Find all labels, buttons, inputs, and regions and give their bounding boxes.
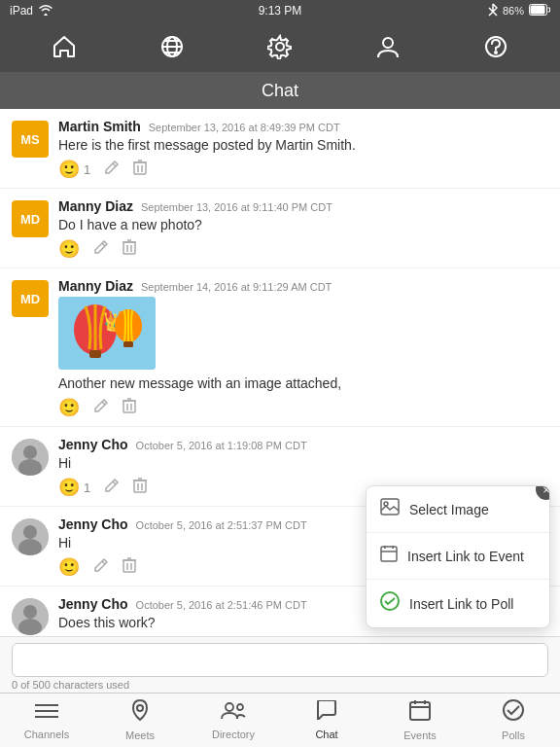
svg-point-10: [495, 52, 497, 53]
svg-rect-26: [89, 350, 101, 358]
tab-channels[interactable]: Channels: [0, 694, 93, 747]
svg-point-75: [226, 703, 233, 711]
emoji-reaction-button[interactable]: 🙂: [58, 397, 80, 418]
edit-message-button[interactable]: [104, 160, 120, 179]
svg-point-36: [23, 445, 37, 459]
popup-item-check-circle[interactable]: Insert Link to Poll: [367, 580, 549, 627]
nav-bar: [0, 21, 560, 72]
reaction-count: 1: [84, 480, 90, 495]
help-button[interactable]: [476, 27, 515, 66]
message-body: Martin Smith September 13, 2016 at 8:49:…: [58, 119, 548, 184]
emoji-reaction-button[interactable]: 🙂: [58, 159, 80, 180]
svg-rect-18: [123, 242, 135, 254]
svg-line-47: [102, 561, 105, 564]
emoji-reaction-button[interactable]: 🙂: [58, 238, 80, 260]
svg-point-76: [237, 704, 243, 710]
directory-tab-icon: [221, 700, 246, 726]
message-time: October 5, 2016 at 2:51:37 PM CDT: [136, 519, 307, 531]
popup-item-calendar[interactable]: Insert Link to Event: [367, 533, 549, 580]
edit-message-button[interactable]: [93, 398, 109, 417]
popup-item-image[interactable]: Select Image: [367, 486, 549, 533]
char-count: 0 of 500 characters used: [12, 679, 548, 691]
svg-rect-1: [531, 6, 545, 15]
popup-menu: × Select Image Insert Link to Event Inse…: [366, 485, 550, 628]
popup-item-label: Insert Link to Event: [407, 549, 524, 564]
message-text: Here is the first message posted by Mart…: [58, 137, 548, 153]
events-tab-icon: [409, 699, 431, 727]
chat-tab-label: Chat: [315, 729, 337, 740]
message-time: September 13, 2016 at 9:11:40 PM CDT: [141, 201, 332, 213]
polls-tab-label: Polls: [502, 729, 525, 741]
device-label: iPad: [10, 4, 33, 18]
message-time: September 14, 2016 at 9:11:29 AM CDT: [141, 281, 332, 293]
delete-message-button[interactable]: [122, 398, 136, 417]
message-header: Martin Smith September 13, 2016 at 8:49:…: [58, 119, 548, 134]
channels-tab-label: Channels: [24, 729, 69, 740]
svg-point-74: [137, 705, 143, 711]
svg-line-38: [113, 481, 116, 484]
message-input[interactable]: [12, 643, 548, 677]
check-circle-icon: [380, 591, 400, 616]
settings-button[interactable]: [261, 27, 299, 66]
svg-point-54: [23, 605, 37, 619]
svg-rect-30: [123, 401, 135, 412]
bluetooth-icon: [488, 3, 498, 18]
message-text: Do I have a new photo?: [58, 217, 548, 232]
emoji-reaction-button[interactable]: 🙂: [58, 556, 80, 578]
message-body: Manny Diaz September 13, 2016 at 9:11:40…: [58, 198, 548, 264]
delete-message-button[interactable]: [122, 239, 136, 259]
svg-point-45: [23, 525, 37, 539]
polls-tab-icon: [503, 699, 524, 727]
battery-icon: [529, 4, 550, 18]
message-body: Manny Diaz September 14, 2016 at 9:11:29…: [58, 278, 548, 422]
message-image: 👑: [58, 297, 156, 370]
avatar: MS: [12, 121, 49, 158]
edit-message-button[interactable]: [93, 557, 109, 577]
message-author: Jenny Cho: [58, 596, 128, 612]
delete-message-button[interactable]: [133, 160, 147, 179]
events-tab-label: Events: [403, 729, 437, 741]
delete-message-button[interactable]: [133, 478, 147, 497]
tab-polls[interactable]: Polls: [467, 694, 560, 747]
edit-message-button[interactable]: [104, 478, 120, 497]
chat-message: MD Manny Diaz September 14, 2016 at 9:11…: [0, 268, 560, 427]
svg-rect-48: [123, 560, 135, 572]
tab-chat[interactable]: Chat: [280, 694, 373, 747]
emoji-reaction-button[interactable]: 🙂: [58, 477, 80, 498]
svg-rect-82: [381, 499, 399, 515]
message-author: Jenny Cho: [58, 516, 128, 532]
message-actions: 🙂: [58, 238, 548, 264]
message-text: Hi: [58, 455, 548, 471]
svg-point-7: [276, 43, 284, 51]
avatar: [12, 598, 49, 635]
message-time: October 5, 2016 at 1:19:08 PM CDT: [136, 440, 307, 451]
chat-message: MS Martin Smith September 13, 2016 at 8:…: [0, 109, 560, 189]
message-text: Another new message with an image attach…: [58, 375, 548, 391]
meets-tab-icon: [131, 699, 149, 727]
image-icon: [380, 498, 400, 520]
avatar: MD: [12, 280, 49, 317]
tab-bar: Channels Meets Directory Chat Events Pol…: [0, 693, 560, 747]
profile-button[interactable]: [368, 27, 407, 66]
svg-line-11: [113, 163, 116, 166]
message-actions: 🙂: [58, 397, 548, 422]
page-title-bar: Chat: [0, 72, 560, 109]
status-bar: iPad 9:13 PM 86%: [0, 0, 560, 21]
svg-line-29: [102, 402, 105, 405]
home-button[interactable]: [45, 27, 84, 66]
svg-line-17: [102, 243, 105, 246]
status-time: 9:13 PM: [259, 4, 302, 18]
chat-message: MD Manny Diaz September 13, 2016 at 9:11…: [0, 189, 560, 268]
directory-tab-label: Directory: [212, 729, 255, 740]
popup-item-label: Select Image: [409, 502, 489, 517]
globe-button[interactable]: [153, 27, 192, 66]
edit-message-button[interactable]: [93, 239, 109, 259]
tab-directory[interactable]: Directory: [187, 694, 280, 747]
message-input-container: 0 of 500 characters used: [0, 636, 560, 693]
tab-events[interactable]: Events: [373, 694, 467, 747]
delete-message-button[interactable]: [122, 557, 136, 577]
page-title: Chat: [262, 81, 298, 101]
tab-meets[interactable]: Meets: [93, 694, 187, 747]
avatar: MD: [12, 200, 49, 237]
message-author: Manny Diaz: [58, 278, 133, 294]
